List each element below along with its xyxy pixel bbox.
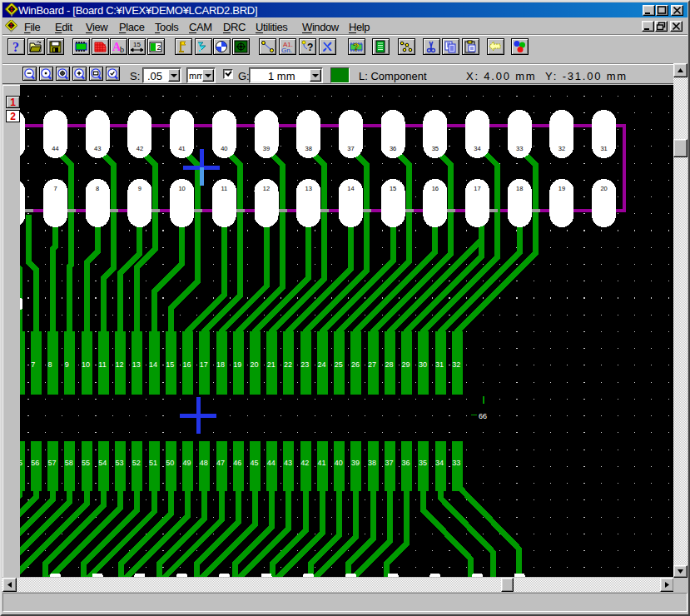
svg-text:7: 7 [31,360,35,369]
svg-text:37: 37 [347,145,354,152]
svg-text:47: 47 [216,459,225,467]
svg-text:31: 31 [600,145,607,152]
svg-text:18: 18 [216,360,225,369]
svg-text:34: 34 [474,145,480,152]
svg-text:23: 23 [300,360,309,369]
svg-text:19: 19 [558,185,565,192]
svg-text:8: 8 [96,185,99,192]
svg-text:13: 13 [305,185,312,192]
svg-text:41: 41 [317,459,325,467]
svg-text:?: ? [12,40,19,53]
svg-text:16: 16 [432,185,439,192]
svg-text:19: 19 [233,360,241,369]
svg-text:?: ? [353,42,359,53]
svg-text:28: 28 [385,360,393,369]
svg-text:36: 36 [390,145,396,152]
svg-text:51: 51 [149,459,157,467]
svg-text:11: 11 [221,185,227,192]
svg-text:44: 44 [267,459,276,467]
svg-text:50: 50 [166,459,174,467]
svg-text:35: 35 [432,145,439,152]
svg-text:38: 38 [305,145,312,152]
svg-text:13: 13 [132,360,141,369]
svg-text:58: 58 [65,459,73,467]
svg-text:?: ? [307,42,313,53]
svg-text:38: 38 [368,459,376,467]
svg-text:14: 14 [347,185,354,192]
svg-text:8: 8 [48,360,52,369]
svg-text:26: 26 [351,360,360,369]
svg-text:18: 18 [516,185,523,192]
svg-text:20: 20 [251,360,259,369]
svg-text:45: 45 [251,459,259,467]
svg-text:15: 15 [390,185,396,192]
svg-text:44: 44 [52,145,58,152]
svg-text:9: 9 [138,185,141,192]
svg-text:41: 41 [178,145,185,152]
svg-text:32: 32 [452,360,460,369]
svg-text:15: 15 [133,41,141,48]
svg-text:15: 15 [166,360,174,369]
svg-text:56: 56 [31,459,39,467]
svg-text:2: 2 [156,43,161,52]
svg-text:66: 66 [479,412,487,420]
svg-text:12: 12 [116,360,124,369]
svg-text:27: 27 [368,360,376,369]
svg-text:42: 42 [137,145,143,152]
svg-text:43: 43 [284,459,292,467]
svg-text:11: 11 [98,360,106,369]
svg-text:40: 40 [335,459,343,467]
svg-text:54: 54 [98,459,107,467]
svg-text:20: 20 [600,185,607,192]
svg-text:34: 34 [435,459,444,467]
svg-text:12: 12 [263,185,270,192]
svg-text:29: 29 [402,360,410,369]
svg-text:32: 32 [558,145,565,152]
svg-text:42: 42 [300,459,309,467]
svg-text:10: 10 [178,185,185,192]
svg-text:49: 49 [183,459,191,467]
svg-text:33: 33 [516,145,523,152]
svg-text:17: 17 [200,360,208,369]
svg-text:35: 35 [419,459,427,467]
svg-text:43: 43 [94,145,101,152]
svg-text:57: 57 [48,459,57,467]
svg-text:21: 21 [267,360,276,369]
svg-text:17: 17 [474,185,480,192]
svg-text:33: 33 [452,459,460,467]
svg-text:48: 48 [200,459,208,467]
svg-text:55: 55 [20,459,22,467]
svg-text:52: 52 [132,459,141,467]
svg-text:53: 53 [116,459,124,467]
svg-text:39: 39 [351,459,360,467]
svg-text:37: 37 [385,459,393,467]
svg-text:Gn.: Gn. [281,47,292,53]
svg-text:31: 31 [435,360,444,369]
svg-text:30: 30 [419,360,427,369]
svg-text:b: b [120,45,124,53]
svg-text:14: 14 [149,360,157,369]
svg-text:25: 25 [335,360,343,369]
svg-text:7: 7 [53,185,57,192]
svg-text:16: 16 [183,360,191,369]
svg-text:55: 55 [82,459,90,467]
svg-text:24: 24 [317,360,325,369]
svg-text:39: 39 [263,145,270,152]
svg-text:36: 36 [402,459,410,467]
svg-text:46: 46 [233,459,241,467]
svg-text:22: 22 [284,360,292,369]
svg-text:40: 40 [221,145,227,152]
svg-text:9: 9 [65,360,69,369]
svg-text:10: 10 [82,360,90,369]
